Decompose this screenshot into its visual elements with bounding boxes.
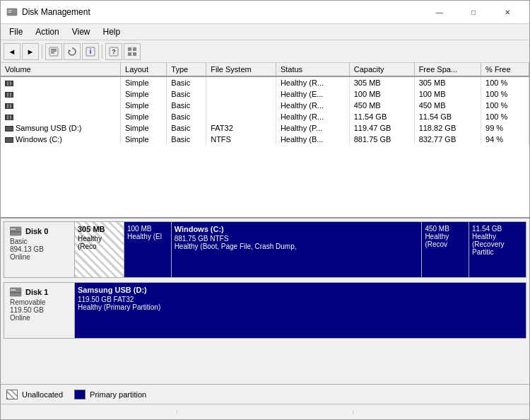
table-row[interactable]: SimpleBasicHealthy (R...450 MB450 MB100 … [1,100,529,111]
menu-help[interactable]: Help [98,25,126,38]
disk-0-part-1[interactable]: 305 MB Healthy (Reco [75,222,124,277]
part-status: Healthy (El [127,233,168,240]
maximize-button[interactable]: □ [457,5,490,19]
part-size: 119.50 GB FAT32 [78,296,523,303]
table-row[interactable]: SimpleBasicHealthy (R...11.54 GB11.54 GB… [1,111,529,122]
col-type: Type [167,63,206,76]
disk-0-partitions: 305 MB Healthy (Reco 100 MB Healthy (El … [75,222,526,277]
volume-list[interactable]: Volume Layout Type File System Status Ca… [1,63,529,218]
cell-1: Basic [167,134,206,145]
cell-0: Simple [121,100,167,111]
cell-4: 11.54 GB [349,111,414,122]
legend-unallocated-label: Unallocated [22,390,63,399]
svg-rect-15 [133,47,136,51]
part-status: Healthy (Recov [425,233,466,248]
close-button[interactable]: ✕ [491,5,524,19]
disk-1-partitions: Samsung USB (D:) 119.50 GB FAT32 Healthy… [75,283,526,338]
cell-6: 100 % [481,76,529,88]
disk-0-part-3[interactable]: Windows (C:) 881.75 GB NTFS Healthy (Boo… [172,222,423,277]
menu-action[interactable]: Action [30,25,64,38]
svg-rect-8 [51,52,54,54]
cell-3: Healthy (P... [276,122,349,134]
cell-6: 100 % [481,88,529,100]
cell-1: Basic [167,76,206,88]
cell-5: 450 MB [414,100,481,111]
cell-2 [206,88,276,100]
disk-0-row: Disk 0 Basic 894.13 GB Online 305 MB Hea… [4,221,526,278]
cell-2 [206,100,276,111]
toolbar-extra[interactable] [124,43,141,60]
minimize-button[interactable]: — [423,5,456,19]
disk-1-label: Disk 1 Removable 119.50 GB Online [4,283,75,338]
disk-1-row: Disk 1 Removable 119.50 GB Online Samsun… [4,282,526,339]
toolbar-sep-2 [102,45,102,59]
cell-volume: Windows (C:) [1,134,121,145]
table-row[interactable]: SimpleBasicHealthy (R...305 MB305 MB100 … [1,76,529,88]
toolbar-help[interactable]: i [82,43,99,60]
cell-6: 99 % [481,122,529,134]
menu-bar: File Action View Help [1,24,529,40]
part-size: 100 MB [127,225,168,233]
svg-marker-9 [69,49,71,52]
disk-1-name: Disk 1 [10,287,69,297]
toolbar-help2[interactable]: ? [105,43,122,60]
svg-rect-14 [128,47,131,51]
svg-rect-16 [128,52,131,56]
disk-0-part-5[interactable]: 11.54 GB Healthy (Recovery Partitic [469,222,526,277]
menu-file[interactable]: File [4,25,28,38]
cell-4: 100 MB [349,88,414,100]
toolbar-properties[interactable] [45,43,62,60]
part-size: 881.75 GB NTFS [175,235,419,243]
legend-area: Unallocated Primary partition [1,384,529,404]
toolbar-refresh[interactable] [64,43,81,60]
part-label: Windows (C:) [175,225,419,233]
col-filesystem: File System [206,63,276,76]
svg-rect-17 [133,52,136,56]
toolbar-sep-1 [42,45,42,59]
table-row[interactable]: Samsung USB (D:)SimpleBasicFAT32Healthy … [1,122,529,134]
cell-4: 881.75 GB [349,134,414,145]
cell-2: NTFS [206,134,276,145]
legend-unallocated: Unallocated [6,390,63,399]
part-status: Healthy (Reco [78,235,121,250]
status-section-2 [177,411,354,414]
disk-1-part-1[interactable]: Samsung USB (D:) 119.50 GB FAT32 Healthy… [75,283,526,338]
disk-0-part-4[interactable]: 450 MB Healthy (Recov [422,222,469,277]
table-header-row: Volume Layout Type File System Status Ca… [1,63,529,76]
table-row[interactable]: SimpleBasicHealthy (E...100 MB100 MB100 … [1,88,529,100]
disk-0-icon [10,226,23,236]
title-bar: Disk Management — □ ✕ [1,1,529,24]
disk-1-info: Removable 119.50 GB Online [10,298,69,322]
toolbar-forward[interactable]: ► [22,43,39,60]
toolbar: ◄ ► i ? [1,40,529,63]
svg-rect-7 [51,50,57,52]
cell-3: Healthy (R... [276,111,349,122]
cell-volume [1,111,121,122]
cell-2 [206,76,276,88]
cell-3: Healthy (B... [276,134,349,145]
cell-6: 100 % [481,111,529,122]
cell-4: 450 MB [349,100,414,111]
disk-0-label: Disk 0 Basic 894.13 GB Online [4,222,75,277]
svg-rect-4 [8,12,11,13]
disk-0-part-2[interactable]: 100 MB Healthy (El [124,222,172,277]
window-title: Disk Management [22,7,90,17]
svg-text:i: i [90,48,92,55]
part-label: 305 MB [78,225,121,233]
title-controls: — □ ✕ [423,5,524,19]
cell-0: Simple [121,76,167,88]
menu-view[interactable]: View [66,25,96,38]
cell-5: 100 MB [414,88,481,100]
col-volume: Volume [1,63,121,76]
part-size: 450 MB [425,225,466,233]
col-freespace: Free Spa... [414,63,481,76]
table-row[interactable]: Windows (C:)SimpleBasicNTFSHealthy (B...… [1,134,529,145]
svg-rect-20 [10,231,21,233]
toolbar-back[interactable]: ◄ [4,43,20,60]
svg-rect-22 [11,289,16,291]
cell-1: Basic [167,100,206,111]
app-icon [6,6,18,18]
part-type: Healthy (Primary Partition) [78,303,523,311]
cell-2 [206,111,276,122]
svg-rect-3 [8,10,12,11]
